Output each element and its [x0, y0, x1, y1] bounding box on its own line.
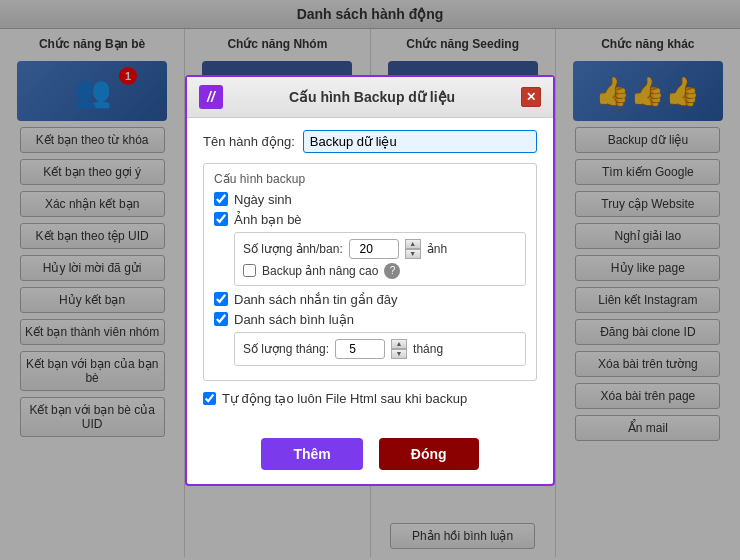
action-name-input[interactable] — [303, 130, 537, 153]
anh-ban-be-checkbox[interactable] — [214, 212, 228, 226]
dialog-title: Cấu hình Backup dữ liệu — [231, 89, 513, 105]
messages-checkbox[interactable] — [214, 292, 228, 306]
months-spinner[interactable]: ▲ ▼ — [391, 339, 407, 359]
ngay-sinh-row: Ngày sinh — [214, 192, 526, 207]
messages-label: Danh sách nhắn tin gần đây — [234, 292, 397, 307]
messages-row: Danh sách nhắn tin gần đây — [214, 292, 526, 307]
action-name-row: Tên hành động: — [203, 130, 537, 153]
dialog-header: // Cấu hình Backup dữ liệu ✕ — [187, 77, 553, 118]
months-row: Số lượng tháng: ▲ ▼ tháng — [243, 339, 517, 359]
months-spinner-down[interactable]: ▼ — [391, 349, 407, 359]
auto-html-checkbox[interactable] — [203, 392, 216, 405]
close-button[interactable]: ✕ — [521, 87, 541, 107]
auto-html-row: Tự động tạo luôn File Html sau khi backu… — [203, 391, 537, 406]
help-badge[interactable]: ? — [384, 263, 400, 279]
backup-dialog: // Cấu hình Backup dữ liệu ✕ Tên hành độ… — [185, 75, 555, 486]
dialog-logo: // — [199, 85, 223, 109]
advanced-row: Backup ảnh nâng cao ? — [243, 263, 517, 279]
logo-text: // — [207, 89, 215, 105]
anh-ban-be-label: Ảnh bạn bè — [234, 212, 302, 227]
anh-ban-be-row: Ảnh bạn bè — [214, 212, 526, 227]
config-group: Cấu hình backup Ngày sinh Ảnh bạn bè Số … — [203, 163, 537, 381]
months-unit: tháng — [413, 342, 443, 356]
photo-count-label: Số lượng ảnh/ban: — [243, 242, 343, 256]
months-label: Số lượng tháng: — [243, 342, 329, 356]
spinner-up[interactable]: ▲ — [405, 239, 421, 249]
photo-sub-config: Số lượng ảnh/ban: ▲ ▼ ảnh Backup ảnh nân… — [234, 232, 526, 286]
months-sub-config: Số lượng tháng: ▲ ▼ tháng — [234, 332, 526, 366]
photo-count-input[interactable] — [349, 239, 399, 259]
action-name-label: Tên hành động: — [203, 134, 295, 149]
ngay-sinh-label: Ngày sinh — [234, 192, 292, 207]
months-spinner-up[interactable]: ▲ — [391, 339, 407, 349]
dialog-footer: Thêm Đóng — [187, 430, 553, 484]
dialog-overlay: // Cấu hình Backup dữ liệu ✕ Tên hành độ… — [0, 0, 740, 560]
photo-count-spinner[interactable]: ▲ ▼ — [405, 239, 421, 259]
dialog-body: Tên hành động: Cấu hình backup Ngày sinh… — [187, 118, 553, 430]
comments-row: Danh sách bình luận — [214, 312, 526, 327]
them-button[interactable]: Thêm — [261, 438, 362, 470]
comments-checkbox[interactable] — [214, 312, 228, 326]
photo-count-row: Số lượng ảnh/ban: ▲ ▼ ảnh — [243, 239, 517, 259]
photo-unit: ảnh — [427, 242, 447, 256]
config-group-title: Cấu hình backup — [214, 172, 526, 186]
spinner-down[interactable]: ▼ — [405, 249, 421, 259]
comments-label: Danh sách bình luận — [234, 312, 354, 327]
auto-html-label: Tự động tạo luôn File Html sau khi backu… — [222, 391, 467, 406]
dong-button[interactable]: Đóng — [379, 438, 479, 470]
advanced-checkbox[interactable] — [243, 264, 256, 277]
advanced-label: Backup ảnh nâng cao — [262, 264, 378, 278]
ngay-sinh-checkbox[interactable] — [214, 192, 228, 206]
months-input[interactable] — [335, 339, 385, 359]
